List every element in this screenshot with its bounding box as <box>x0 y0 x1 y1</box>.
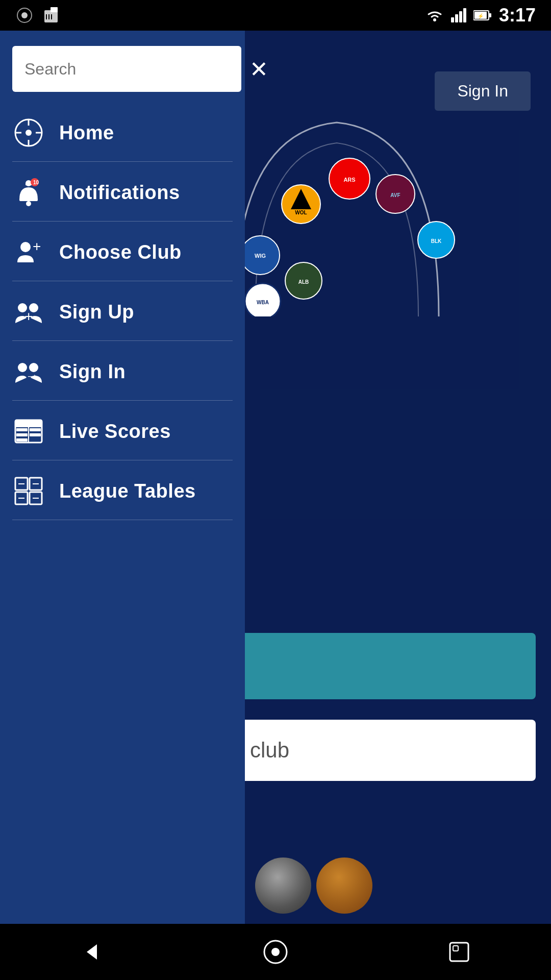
svg-text:+: + <box>33 238 41 254</box>
nav-list: Home 10 10 Notifications <box>0 102 245 520</box>
svg-text:ARS: ARS <box>343 177 355 183</box>
svg-point-71 <box>271 948 280 956</box>
sd-card-icon <box>42 6 60 24</box>
nav-item-live-scores[interactable]: Live Scores <box>12 401 233 460</box>
notifications-icon: 10 10 <box>12 176 45 209</box>
svg-text:⚡: ⚡ <box>478 13 484 19</box>
svg-rect-24 <box>19 199 38 201</box>
svg-text:WBA: WBA <box>257 300 269 305</box>
svg-rect-11 <box>463 8 466 22</box>
sign-in-icon: → <box>12 355 45 388</box>
svg-rect-38 <box>15 420 42 427</box>
nav-item-sign-in[interactable]: → Sign In <box>12 341 233 401</box>
svg-rect-43 <box>16 438 28 442</box>
svg-text:AVF: AVF <box>390 192 400 198</box>
svg-text:BLK: BLK <box>431 238 442 244</box>
svg-rect-9 <box>455 14 458 22</box>
avatars-row <box>255 857 372 914</box>
nav-item-sign-up[interactable]: + Sign Up <box>12 281 233 341</box>
club-input-text: club <box>250 738 289 763</box>
svg-text:10: 10 <box>33 180 39 185</box>
svg-rect-45 <box>30 433 41 436</box>
main-layout: ✕ Home <box>0 31 551 980</box>
clubs-arc: WIG WOL ARS AVF BLK WBA ALB <box>245 82 469 316</box>
signal-icon <box>451 8 466 22</box>
avatar-1 <box>255 857 311 914</box>
nav-label-sign-up: Sign Up <box>59 301 134 323</box>
svg-point-1 <box>21 12 28 18</box>
recents-button[interactable] <box>439 932 480 972</box>
svg-text:→: → <box>25 368 39 384</box>
svg-rect-10 <box>459 11 462 22</box>
nav-label-choose-club: Choose Club <box>59 241 182 263</box>
svg-rect-8 <box>451 17 454 22</box>
svg-rect-42 <box>16 433 28 436</box>
search-input[interactable] <box>12 46 241 92</box>
nav-item-home[interactable]: Home <box>12 102 233 162</box>
svg-rect-14 <box>489 13 491 17</box>
svg-point-29 <box>20 242 31 252</box>
svg-point-25 <box>26 201 31 206</box>
status-right-icons: ⚡ 3:17 <box>425 5 536 26</box>
home-icon <box>12 116 45 149</box>
nav-label-league-tables: League Tables <box>59 480 196 502</box>
svg-rect-44 <box>30 428 41 431</box>
nav-label-sign-in: Sign In <box>59 361 126 383</box>
svg-rect-73 <box>453 946 458 951</box>
nav-label-live-scores: Live Scores <box>59 421 171 443</box>
wifi-signal-icon <box>425 8 444 22</box>
svg-rect-41 <box>16 428 28 431</box>
right-content: Sign In WIG WOL ARS AVF <box>245 31 551 980</box>
svg-point-17 <box>26 130 32 136</box>
nav-item-league-tables[interactable]: League Tables <box>12 460 233 520</box>
svg-point-7 <box>433 18 436 21</box>
bottom-navigation-bar <box>0 924 551 980</box>
svg-text:ALB: ALB <box>298 279 309 285</box>
battery-icon: ⚡ <box>473 9 492 21</box>
back-button[interactable] <box>71 932 112 972</box>
club-input-area[interactable]: club <box>245 720 536 781</box>
league-tables-icon <box>12 475 45 507</box>
svg-rect-72 <box>450 943 468 961</box>
live-scores-icon <box>12 415 45 448</box>
status-left-icons <box>15 6 60 24</box>
close-button[interactable]: ✕ <box>249 54 268 84</box>
svg-marker-69 <box>87 944 97 960</box>
svg-text:+: + <box>24 308 33 324</box>
status-time: 3:17 <box>499 5 536 26</box>
teal-bar <box>245 633 536 699</box>
search-bar-container: ✕ <box>0 31 245 102</box>
nav-label-notifications: Notifications <box>59 182 180 204</box>
svg-text:WOL: WOL <box>295 210 307 215</box>
sign-in-button-top[interactable]: Sign In <box>435 71 531 111</box>
nav-label-home: Home <box>59 122 114 144</box>
choose-club-icon: + <box>12 236 45 268</box>
nav-item-notifications[interactable]: 10 10 Notifications <box>12 162 233 222</box>
navigation-drawer: ✕ Home <box>0 31 245 980</box>
wifi-icon <box>15 6 34 24</box>
svg-rect-3 <box>51 7 58 12</box>
svg-text:WIG: WIG <box>255 253 266 259</box>
sign-up-icon: + <box>12 296 45 328</box>
nav-item-choose-club[interactable]: + Choose Club <box>12 222 233 281</box>
home-button[interactable] <box>255 932 296 972</box>
status-bar: ⚡ 3:17 <box>0 0 551 31</box>
avatar-2 <box>316 857 372 914</box>
